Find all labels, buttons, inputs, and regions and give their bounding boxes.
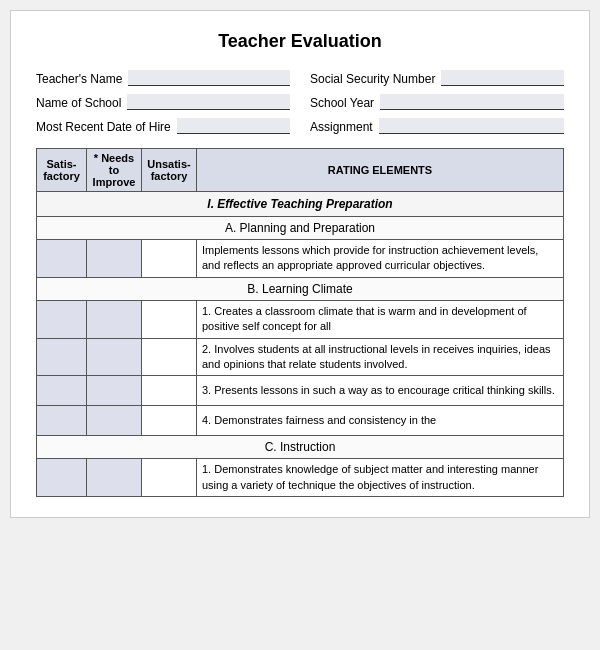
- rating-text-b2: 2. Involves students at all instructiona…: [197, 338, 564, 376]
- needs-checkbox-a1[interactable]: [87, 240, 142, 278]
- satis-checkbox-b1[interactable]: [37, 300, 87, 338]
- subsection-b-text: B. Learning Climate: [37, 277, 564, 300]
- section-1-header: I. Effective Teaching Preparation: [37, 192, 564, 217]
- ssn-input[interactable]: [441, 70, 564, 86]
- teacher-name-label: Teacher's Name: [36, 72, 122, 86]
- school-year-input[interactable]: [380, 94, 564, 110]
- needs-checkbox-b4[interactable]: [87, 406, 142, 436]
- rating-text-c1: 1. Demonstrates knowledge of subject mat…: [197, 459, 564, 497]
- col-needs-header: * Needs to Improve: [87, 149, 142, 192]
- ssn-group: Social Security Number: [310, 70, 564, 86]
- hire-date-input[interactable]: [177, 118, 290, 134]
- ssn-label: Social Security Number: [310, 72, 435, 86]
- unsatis-checkbox-b4[interactable]: [142, 406, 197, 436]
- school-name-group: Name of School: [36, 94, 290, 110]
- school-year-group: School Year: [310, 94, 564, 110]
- rating-text-b4: 4. Demonstrates fairness and consistency…: [197, 406, 564, 436]
- unsatis-checkbox-b1[interactable]: [142, 300, 197, 338]
- satis-checkbox-b4[interactable]: [37, 406, 87, 436]
- subsection-c-text: C. Instruction: [37, 436, 564, 459]
- table-row: Implements lessons which provide for ins…: [37, 240, 564, 278]
- unsatis-checkbox-b2[interactable]: [142, 338, 197, 376]
- rating-text-a1: Implements lessons which provide for ins…: [197, 240, 564, 278]
- table-row: 1. Demonstrates knowledge of subject mat…: [37, 459, 564, 497]
- table-row: 1. Creates a classroom climate that is w…: [37, 300, 564, 338]
- assignment-group: Assignment: [310, 118, 564, 134]
- table-row: 3. Presents lessons in such a way as to …: [37, 376, 564, 406]
- table-row: 2. Involves students at all instructiona…: [37, 338, 564, 376]
- col-rating-header: RATING ELEMENTS: [197, 149, 564, 192]
- hire-date-label: Most Recent Date of Hire: [36, 120, 171, 134]
- unsatis-checkbox-b3[interactable]: [142, 376, 197, 406]
- school-input[interactable]: [127, 94, 290, 110]
- section-1-text: I. Effective Teaching Preparation: [37, 192, 564, 217]
- form-row-2: Name of School School Year: [36, 94, 564, 110]
- form-row-1: Teacher's Name Social Security Number: [36, 70, 564, 86]
- hire-date-group: Most Recent Date of Hire: [36, 118, 290, 134]
- col-satis-header: Satis-factory: [37, 149, 87, 192]
- assignment-label: Assignment: [310, 120, 373, 134]
- subsection-c-header: C. Instruction: [37, 436, 564, 459]
- school-year-label: School Year: [310, 96, 374, 110]
- needs-checkbox-c1[interactable]: [87, 459, 142, 497]
- table-row: 4. Demonstrates fairness and consistency…: [37, 406, 564, 436]
- rating-text-b3: 3. Presents lessons in such a way as to …: [197, 376, 564, 406]
- subsection-a-text: A. Planning and Preparation: [37, 217, 564, 240]
- unsatis-checkbox-a1[interactable]: [142, 240, 197, 278]
- school-label: Name of School: [36, 96, 121, 110]
- form-row-3: Most Recent Date of Hire Assignment: [36, 118, 564, 134]
- needs-checkbox-b3[interactable]: [87, 376, 142, 406]
- teacher-name-group: Teacher's Name: [36, 70, 290, 86]
- satis-checkbox-c1[interactable]: [37, 459, 87, 497]
- needs-checkbox-b2[interactable]: [87, 338, 142, 376]
- assignment-input[interactable]: [379, 118, 564, 134]
- form-fields: Teacher's Name Social Security Number Na…: [36, 70, 564, 134]
- unsatis-checkbox-c1[interactable]: [142, 459, 197, 497]
- subsection-b-header: B. Learning Climate: [37, 277, 564, 300]
- rating-text-b1: 1. Creates a classroom climate that is w…: [197, 300, 564, 338]
- evaluation-table: Satis-factory * Needs to Improve Unsatis…: [36, 148, 564, 497]
- needs-checkbox-b1[interactable]: [87, 300, 142, 338]
- col-unsatis-header: Unsatis-factory: [142, 149, 197, 192]
- satis-checkbox-a1[interactable]: [37, 240, 87, 278]
- teacher-name-input[interactable]: [128, 70, 290, 86]
- satis-checkbox-b3[interactable]: [37, 376, 87, 406]
- page-title: Teacher Evaluation: [36, 31, 564, 52]
- satis-checkbox-b2[interactable]: [37, 338, 87, 376]
- subsection-a-header: A. Planning and Preparation: [37, 217, 564, 240]
- page: Teacher Evaluation Teacher's Name Social…: [10, 10, 590, 518]
